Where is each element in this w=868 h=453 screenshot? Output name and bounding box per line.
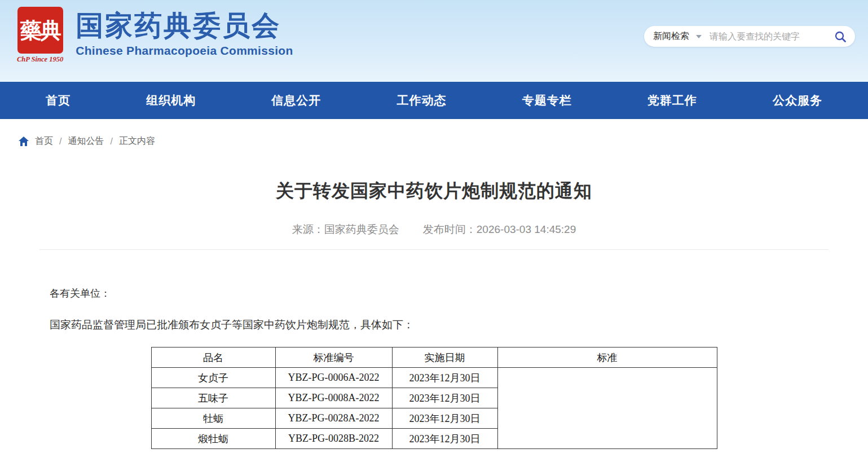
chevron-down-icon[interactable] [696, 35, 702, 38]
logo-caption: ChP Since 1950 [17, 55, 63, 64]
article-paragraph: 国家药品监督管理局已批准颁布女贞子等国家中药饮片炮制规范，具体如下： [50, 318, 818, 332]
breadcrumb-item-3[interactable]: 正文内容 [119, 135, 155, 147]
search-bar: 新闻检索 [644, 26, 855, 47]
breadcrumb-item-1[interactable]: 首页 [35, 135, 53, 147]
search-icon [834, 30, 847, 43]
table-cell: 牡蛎 [151, 408, 275, 429]
breadcrumb: 首页/通知公告/正文内容 [0, 119, 868, 147]
breadcrumb-separator: / [59, 137, 61, 147]
table-cell: YBZ-PG-0028A-2022 [275, 408, 392, 429]
table-cell: 煅牡蛎 [151, 429, 275, 449]
breadcrumb-items: 首页/通知公告/正文内容 [35, 135, 155, 147]
table-cell-standard-merged [497, 368, 717, 449]
site-header: 藥典 ChP Since 1950 国家药典委员会 Chinese Pharma… [0, 0, 868, 82]
table-cell: 2023年12月30日 [392, 368, 497, 388]
article-meta: 来源：国家药典委员会发布时间：2026-03-03 14:45:29 [0, 222, 868, 237]
site-subtitle: Chinese Pharmacopoeia Commission [76, 44, 293, 58]
home-icon[interactable] [19, 137, 29, 146]
pharmacopoeia-seal-icon: 藥典 [17, 7, 63, 54]
table-cell: YBZ-PG-0008A-2022 [275, 388, 392, 408]
nav-item-5[interactable]: 专题专栏 [522, 93, 572, 108]
source-label: 来源： [292, 223, 324, 235]
nav-item-4[interactable]: 工作动态 [396, 93, 446, 108]
page-title: 关于转发国家中药饮片炮制规范的通知 [0, 179, 868, 204]
search-input[interactable] [710, 32, 834, 42]
seal-text: 藥典 [20, 20, 60, 41]
table-cell: YBZ-PG-0028B-2022 [275, 429, 392, 449]
nav-item-7[interactable]: 公众服务 [773, 93, 822, 108]
table-header-2: 标准编号 [275, 348, 392, 368]
breadcrumb-separator: / [110, 137, 112, 147]
table-cell: 2023年12月30日 [392, 429, 497, 449]
table-header-3: 实施日期 [392, 348, 497, 368]
table-cell: 女贞子 [151, 368, 275, 388]
publish-time-label: 发布时间： [423, 223, 477, 235]
nav-item-1[interactable]: 首页 [46, 93, 71, 108]
table-cell: 2023年12月30日 [392, 408, 497, 429]
site-title-block: 国家药典委员会 Chinese Pharmacopoeia Commission [76, 7, 293, 58]
nav-item-6[interactable]: 党群工作 [647, 93, 697, 108]
standards-table-head-row: 品名标准编号实施日期标准 [151, 348, 717, 368]
search-category-select[interactable]: 新闻检索 [653, 30, 689, 42]
standards-table-body: 女贞子YBZ-PG-0006A-20222023年12月30日五味子YBZ-PG… [151, 368, 717, 449]
table-row: 女贞子YBZ-PG-0006A-20222023年12月30日 [151, 368, 717, 388]
table-header-1: 品名 [151, 348, 275, 368]
standards-table: 品名标准编号实施日期标准 女贞子YBZ-PG-0006A-20222023年12… [151, 347, 717, 449]
table-cell: 五味子 [151, 388, 275, 408]
divider [39, 249, 829, 250]
breadcrumb-item-2[interactable]: 通知公告 [68, 135, 104, 147]
table-cell: YBZ-PG-0006A-2022 [275, 368, 392, 388]
main-nav: 首页组织机构信息公开工作动态专题专栏党群工作公众服务 [0, 82, 868, 119]
site-title: 国家药典委员会 [76, 11, 293, 40]
publish-time-value: 2026-03-03 14:45:29 [477, 223, 576, 235]
source-value: 国家药典委员会 [324, 223, 399, 235]
nav-item-2[interactable]: 组织机构 [146, 93, 196, 108]
table-header-4: 标准 [497, 348, 717, 368]
article-salutation: 各有关单位： [50, 287, 818, 300]
nav-item-3[interactable]: 信息公开 [271, 93, 321, 108]
site-logo[interactable]: 藥典 ChP Since 1950 [17, 7, 63, 64]
table-cell: 2023年12月30日 [392, 388, 497, 408]
search-button[interactable] [834, 30, 847, 43]
